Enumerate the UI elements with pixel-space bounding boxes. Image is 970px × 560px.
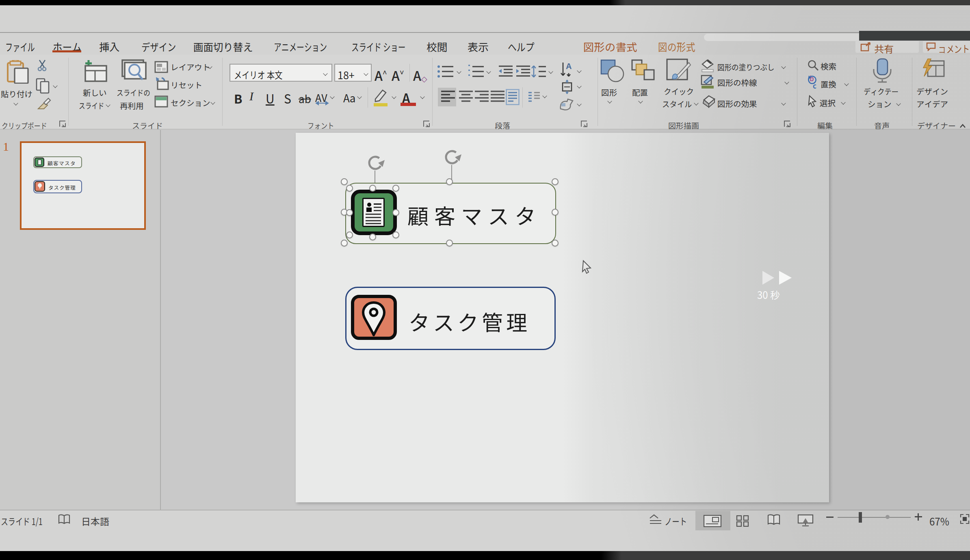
svg-text:A: A [566, 62, 572, 71]
svg-text:c: c [813, 80, 816, 90]
